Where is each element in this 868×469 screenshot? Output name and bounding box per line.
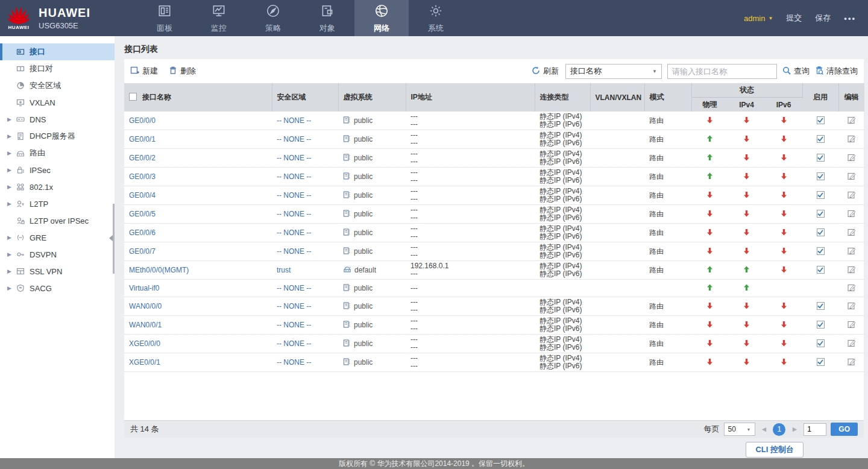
enable-checkbox[interactable] [817, 172, 825, 180]
filter-field-select[interactable]: 接口名称 ▼ [565, 64, 662, 79]
sidebar-item-5[interactable]: ▶DHCP服务器 [0, 128, 115, 145]
new-button[interactable]: 新建 [130, 66, 158, 77]
edit-icon[interactable] [848, 134, 856, 145]
security-zone-link[interactable]: -- NONE -- [277, 191, 311, 200]
more-menu-button[interactable]: ••• [844, 14, 856, 23]
expand-arrow-icon[interactable]: ▶ [7, 116, 16, 122]
nav-item-0[interactable]: 面板 [137, 0, 192, 36]
cli-console-button[interactable]: CLI 控制台 [746, 442, 804, 458]
sidebar-item-4[interactable]: ▶DNS [0, 111, 115, 128]
expand-arrow-icon[interactable]: ▶ [7, 251, 16, 257]
edit-icon[interactable] [848, 209, 856, 219]
clear-query-button[interactable]: 清除查询 [815, 66, 858, 77]
enable-checkbox[interactable] [817, 154, 825, 162]
edit-icon[interactable] [848, 153, 856, 163]
edit-icon[interactable] [848, 190, 856, 201]
goto-page-input[interactable] [804, 423, 826, 436]
interface-name-link[interactable]: GE0/0/4 [129, 191, 156, 200]
edit-icon[interactable] [848, 301, 856, 312]
interface-name-link[interactable]: GE0/0/7 [129, 247, 156, 256]
security-zone-link[interactable]: trust [277, 266, 291, 274]
edit-icon[interactable] [848, 247, 856, 257]
sidebar-item-7[interactable]: ▶IPSec [0, 162, 115, 178]
interface-name-link[interactable]: XGE0/0/1 [129, 358, 160, 367]
enable-checkbox[interactable] [817, 339, 825, 347]
security-zone-link[interactable]: -- NONE -- [277, 228, 311, 237]
enable-checkbox[interactable] [817, 266, 825, 274]
sidebar-item-2[interactable]: 安全区域 [0, 77, 115, 94]
admin-user-menu[interactable]: admin ▼ [744, 14, 773, 23]
sidebar-item-13[interactable]: ▶SSL VPN [0, 263, 115, 280]
sidebar-collapse-handle[interactable] [113, 204, 115, 274]
sidebar-item-1[interactable]: 接口对 [0, 60, 115, 77]
edit-icon[interactable] [848, 228, 856, 238]
sidebar-item-8[interactable]: ▶802.1x [0, 178, 115, 195]
security-zone-link[interactable]: -- NONE -- [277, 116, 311, 125]
expand-arrow-icon[interactable]: ▶ [7, 268, 16, 274]
interface-name-link[interactable]: GE0/0/5 [129, 210, 156, 218]
next-page-icon[interactable]: ► [790, 425, 799, 433]
expand-arrow-icon[interactable]: ▶ [7, 150, 16, 156]
enable-checkbox[interactable] [817, 358, 825, 366]
sidebar-item-9[interactable]: ▶L2TP [0, 195, 115, 212]
query-button[interactable]: 查询 [782, 66, 810, 77]
security-zone-link[interactable]: -- NONE -- [277, 321, 311, 329]
sidebar-item-14[interactable]: ▶SACG [0, 280, 115, 297]
enable-checkbox[interactable] [817, 302, 825, 310]
sidebar-item-0[interactable]: 接口 [0, 43, 115, 60]
refresh-button[interactable]: 刷新 [532, 66, 559, 77]
enable-checkbox[interactable] [817, 116, 825, 124]
per-page-select[interactable]: 50 ▼ [724, 423, 755, 436]
interface-name-link[interactable]: GE0/0/6 [129, 228, 156, 237]
edit-icon[interactable] [848, 172, 856, 182]
security-zone-link[interactable]: -- NONE -- [277, 358, 311, 367]
edit-icon[interactable] [848, 320, 856, 330]
security-zone-link[interactable]: -- NONE -- [277, 210, 311, 218]
security-zone-link[interactable]: -- NONE -- [277, 302, 311, 310]
nav-item-1[interactable]: 监控 [192, 0, 246, 36]
enable-checkbox[interactable] [817, 135, 825, 143]
sidebar-item-6[interactable]: ▶路由 [0, 145, 115, 162]
interface-name-link[interactable]: WAN0/0/1 [129, 321, 162, 329]
expand-arrow-icon[interactable]: ▶ [7, 184, 16, 190]
security-zone-link[interactable]: -- NONE -- [277, 154, 311, 162]
security-zone-link[interactable]: -- NONE -- [277, 135, 311, 143]
interface-name-link[interactable]: GE0/0/0 [129, 116, 156, 125]
interface-name-link[interactable]: WAN0/0/0 [129, 302, 162, 310]
sidebar-item-11[interactable]: ▶GRE [0, 229, 115, 246]
select-all-checkbox[interactable] [129, 93, 137, 101]
sidebar-item-3[interactable]: VXLAN [0, 94, 115, 111]
expand-arrow-icon[interactable]: ▶ [7, 133, 16, 139]
security-zone-link[interactable]: -- NONE -- [277, 339, 311, 348]
commit-button[interactable]: 提交 [786, 13, 802, 24]
save-button[interactable]: 保存 [815, 13, 831, 24]
edit-icon[interactable] [848, 116, 856, 126]
nav-item-4[interactable]: 网络 [354, 0, 409, 36]
expand-arrow-icon[interactable]: ▶ [7, 167, 16, 173]
delete-button[interactable]: 删除 [169, 66, 196, 77]
expand-arrow-icon[interactable]: ▶ [7, 234, 16, 241]
edit-icon[interactable] [848, 357, 856, 368]
edit-icon[interactable] [848, 339, 856, 349]
edit-icon[interactable] [848, 265, 856, 275]
security-zone-link[interactable]: -- NONE -- [277, 247, 311, 256]
enable-checkbox[interactable] [817, 247, 825, 255]
enable-checkbox[interactable] [817, 228, 825, 236]
nav-item-2[interactable]: 策略 [246, 0, 300, 36]
current-page-button[interactable]: 1 [773, 423, 785, 436]
security-zone-link[interactable]: -- NONE -- [277, 284, 311, 292]
enable-checkbox[interactable] [817, 191, 825, 199]
interface-name-link[interactable]: Virtual-if0 [129, 284, 159, 292]
prev-page-icon[interactable]: ◄ [760, 425, 769, 433]
nav-item-3[interactable]: 对象 [300, 0, 354, 36]
expand-arrow-icon[interactable]: ▶ [7, 201, 16, 207]
nav-item-5[interactable]: 系统 [409, 0, 463, 36]
interface-name-link[interactable]: MEth0/0/0(MGMT) [129, 266, 189, 274]
enable-checkbox[interactable] [817, 210, 825, 218]
expand-arrow-icon[interactable]: ▶ [7, 285, 16, 291]
security-zone-link[interactable]: -- NONE -- [277, 172, 311, 181]
sidebar-item-12[interactable]: ▶DSVPN [0, 246, 115, 263]
interface-name-link[interactable]: GE0/0/3 [129, 172, 156, 181]
interface-name-link[interactable]: GE0/0/2 [129, 154, 156, 162]
go-button[interactable]: GO [831, 423, 858, 436]
